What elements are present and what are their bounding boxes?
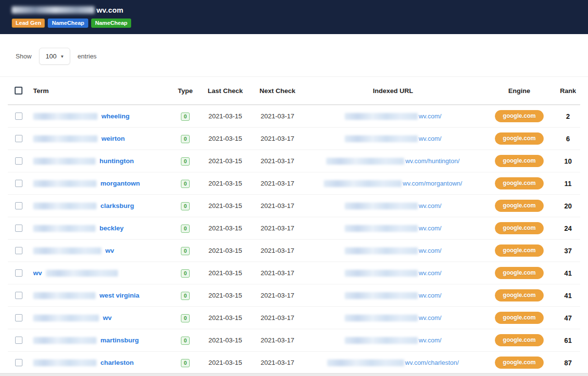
next-check: 2021-03-17 <box>252 314 303 321</box>
rank-value: 41 <box>556 292 580 300</box>
row-checkbox[interactable] <box>15 269 22 277</box>
indexed-url-text[interactable]: wv.com/ <box>419 247 442 254</box>
indexed-url-text[interactable]: wv.com/charleston/ <box>405 359 459 366</box>
table-row: wv 0 2021-03-15 2021-03-17 wv.com/ googl… <box>8 262 580 284</box>
term-link[interactable]: morgantown <box>100 180 140 187</box>
indexed-url-text[interactable]: wv.com/ <box>419 135 442 142</box>
row-checkbox[interactable] <box>15 292 22 299</box>
table-row: charleston 0 2021-03-15 2021-03-17 wv.co… <box>8 352 580 374</box>
last-check: 2021-03-15 <box>199 292 252 299</box>
url-redacted-blur <box>345 337 418 344</box>
term-redacted-blur <box>33 135 98 142</box>
rank-value: 87 <box>556 359 580 367</box>
type-badge: 0 <box>181 157 190 166</box>
table-row: wv 0 2021-03-15 2021-03-17 wv.com/ googl… <box>8 307 580 329</box>
term-cell: wv <box>29 247 172 254</box>
domain-title-redacted-blur <box>12 6 95 14</box>
term-link[interactable]: weirton <box>101 135 125 142</box>
term-link[interactable]: clarksburg <box>100 202 134 209</box>
type-badge: 0 <box>181 292 190 300</box>
row-checkbox[interactable] <box>15 359 22 366</box>
col-header-last-check[interactable]: Last Check <box>199 87 252 94</box>
row-checkbox[interactable] <box>15 314 22 321</box>
row-checkbox[interactable] <box>15 180 22 187</box>
indexed-url-text[interactable]: wv.com/ <box>419 292 442 299</box>
entries-select[interactable]: 100 ▾ <box>39 48 71 65</box>
row-checkbox[interactable] <box>15 337 22 344</box>
table-header-row: Term Type Last Check Next Check Indexed … <box>8 77 580 105</box>
term-redacted-blur <box>33 203 97 209</box>
type-badge: 0 <box>181 269 190 278</box>
next-check: 2021-03-17 <box>252 269 303 277</box>
engine-pill: google.com <box>495 267 544 279</box>
last-check: 2021-03-15 <box>199 247 252 254</box>
indexed-url-text[interactable]: wv.com/ <box>419 314 442 321</box>
entries-select-value: 100 <box>46 53 57 60</box>
term-redacted-blur <box>33 158 96 165</box>
term-link[interactable]: beckley <box>99 225 124 232</box>
url-redacted-blur <box>345 203 418 209</box>
next-check: 2021-03-17 <box>252 247 303 254</box>
select-all-checkbox[interactable] <box>15 87 22 94</box>
url-redacted-blur <box>345 225 418 232</box>
table-controls: Show 100 ▾ entries <box>0 34 588 76</box>
type-badge: 0 <box>181 247 190 255</box>
table-row: beckley 0 2021-03-15 2021-03-17 wv.com/ … <box>8 217 580 240</box>
url-redacted-blur <box>326 158 404 165</box>
domain-title-text: wv.com <box>97 6 123 14</box>
term-link[interactable]: wv <box>33 269 42 277</box>
indexed-url-text[interactable]: wv.com/ <box>419 113 442 120</box>
term-cell: west virginia <box>29 292 172 299</box>
col-header-rank[interactable]: Rank <box>556 87 580 94</box>
term-cell: beckley <box>29 225 172 232</box>
indexed-url-cell: wv.com/ <box>303 202 483 209</box>
row-checkbox[interactable] <box>15 247 22 254</box>
last-check: 2021-03-15 <box>199 180 252 187</box>
col-header-indexed-url[interactable]: Indexed URL <box>303 87 483 94</box>
term-link[interactable]: wv <box>105 247 114 254</box>
indexed-url-text[interactable]: wv.com/ <box>419 225 442 232</box>
row-checkbox[interactable] <box>15 225 22 232</box>
term-cell: wv <box>29 269 172 277</box>
chevron-down-icon: ▾ <box>61 54 63 59</box>
term-link[interactable]: wv <box>103 314 112 321</box>
next-check: 2021-03-17 <box>252 113 303 120</box>
row-checkbox[interactable] <box>15 157 22 165</box>
term-link[interactable]: charleston <box>100 359 134 366</box>
indexed-url-cell: wv.com/morgantown/ <box>303 180 483 187</box>
indexed-url-text[interactable]: wv.com/ <box>419 269 442 277</box>
indexed-url-text[interactable]: wv.com/morgantown/ <box>403 180 462 187</box>
next-check: 2021-03-17 <box>252 135 303 142</box>
col-header-engine[interactable]: Engine <box>483 87 556 94</box>
col-header-type[interactable]: Type <box>172 87 199 94</box>
footer-divider <box>0 373 588 376</box>
term-link[interactable]: west virginia <box>99 292 139 299</box>
results-table: Term Type Last Check Next Check Indexed … <box>0 76 588 374</box>
engine-pill: google.com <box>495 200 544 212</box>
indexed-url-text[interactable]: wv.com/huntington/ <box>405 157 459 165</box>
term-redacted-blur <box>33 113 98 120</box>
engine-pill: google.com <box>495 155 544 167</box>
rank-value: 41 <box>556 269 580 277</box>
row-checkbox[interactable] <box>15 202 22 209</box>
last-check: 2021-03-15 <box>199 225 252 232</box>
term-link[interactable]: wheeling <box>101 113 130 120</box>
indexed-url-text[interactable]: wv.com/ <box>419 202 442 209</box>
rank-value: 61 <box>556 337 580 344</box>
col-header-term[interactable]: Term <box>29 87 172 94</box>
engine-pill: google.com <box>495 357 544 369</box>
indexed-url-cell: wv.com/ <box>303 247 483 254</box>
row-checkbox[interactable] <box>15 113 22 120</box>
term-link[interactable]: martinsburg <box>100 337 139 344</box>
indexed-url-text[interactable]: wv.com/ <box>419 337 442 344</box>
next-check: 2021-03-17 <box>252 225 303 232</box>
last-check: 2021-03-15 <box>199 314 252 321</box>
next-check: 2021-03-17 <box>252 292 303 299</box>
term-link[interactable]: huntington <box>99 157 134 165</box>
term-cell: morgantown <box>29 180 172 187</box>
row-checkbox[interactable] <box>15 135 22 142</box>
engine-pill: google.com <box>495 132 544 145</box>
table-row: martinsburg 0 2021-03-15 2021-03-17 wv.c… <box>8 329 580 352</box>
col-header-next-check[interactable]: Next Check <box>252 87 303 94</box>
type-badge: 0 <box>181 135 190 143</box>
